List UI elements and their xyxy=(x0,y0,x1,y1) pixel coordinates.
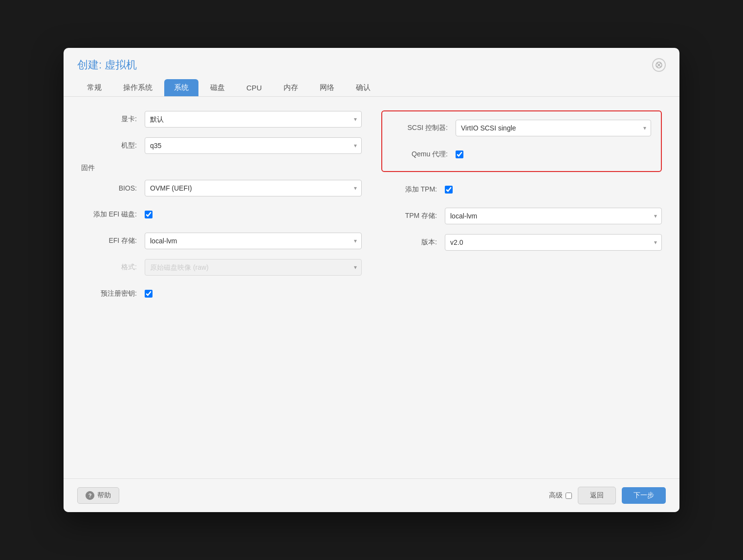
format-select[interactable]: 原始磁盘映像 (raw) xyxy=(145,259,362,276)
version-label: 版本: xyxy=(381,238,445,247)
preregister-checkbox-wrapper xyxy=(145,290,153,298)
main-dialog: 创建: 虚拟机 常规 操作系统 系统 磁盘 CPU 内存 网络 确认 显卡: xyxy=(64,48,679,512)
tab-confirm[interactable]: 确认 xyxy=(346,79,380,96)
display-select[interactable]: 默认 xyxy=(145,111,362,128)
tab-general[interactable]: 常规 xyxy=(77,79,111,96)
next-button[interactable]: 下一步 xyxy=(622,487,666,504)
format-select-wrapper: 原始磁盘映像 (raw) ▾ xyxy=(145,259,362,276)
efi-disk-checkbox[interactable] xyxy=(145,211,153,218)
tpm-storage-select[interactable]: local-lvm xyxy=(445,208,662,224)
close-icon xyxy=(656,62,662,68)
footer: ? 帮助 高级 返回 下一步 xyxy=(64,478,679,512)
efi-storage-select-wrapper: local-lvm ▾ xyxy=(145,233,362,249)
version-row: 版本: v2.0 ▾ xyxy=(381,234,662,251)
efi-storage-label: EFI 存储: xyxy=(81,237,145,245)
qemu-checkbox[interactable] xyxy=(456,151,463,158)
dialog-title: 创建: 虚拟机 xyxy=(77,58,137,72)
add-tpm-checkbox-wrapper xyxy=(445,186,453,194)
qemu-checkbox-wrapper xyxy=(456,151,463,158)
tab-os[interactable]: 操作系统 xyxy=(113,79,162,96)
tpm-storage-label: TPM 存储: xyxy=(381,212,445,220)
advanced-check-wrapper: 高级 xyxy=(549,491,572,500)
tpm-storage-select-wrapper: local-lvm ▾ xyxy=(445,208,662,224)
efi-disk-label: 添加 EFI 磁盘: xyxy=(81,210,145,219)
back-button[interactable]: 返回 xyxy=(578,487,616,504)
tab-network[interactable]: 网络 xyxy=(310,79,344,96)
main-content: 显卡: 默认 ▾ 机型: q35 ▾ xyxy=(64,97,679,478)
machine-select-wrapper: q35 ▾ xyxy=(145,137,362,154)
advanced-checkbox[interactable] xyxy=(566,493,572,499)
efi-disk-row: 添加 EFI 磁盘: xyxy=(81,206,362,223)
machine-label: 机型: xyxy=(81,141,145,150)
machine-row: 机型: q35 ▾ xyxy=(81,137,362,154)
machine-select[interactable]: q35 xyxy=(145,137,362,154)
scsi-select[interactable]: VirtIO SCSI single xyxy=(456,120,651,136)
help-label: 帮助 xyxy=(97,491,111,500)
qemu-label: Qemu 代理: xyxy=(392,150,456,159)
add-tpm-label: 添加 TPM: xyxy=(381,185,445,194)
tpm-storage-row: TPM 存储: local-lvm ▾ xyxy=(381,207,662,225)
close-button[interactable] xyxy=(652,58,666,72)
bios-select-wrapper: OVMF (UEFI) ▾ xyxy=(145,180,362,196)
qemu-row: Qemu 代理: xyxy=(392,146,651,163)
display-row: 显卡: 默认 ▾ xyxy=(81,110,362,128)
scsi-row: SCSI 控制器: VirtIO SCSI single ▾ xyxy=(392,119,651,137)
footer-right-actions: 高级 返回 下一步 xyxy=(549,487,666,504)
left-column: 显卡: 默认 ▾ 机型: q35 ▾ xyxy=(81,110,362,465)
firmware-section-label: 固件 xyxy=(81,164,95,172)
tab-system[interactable]: 系统 xyxy=(164,79,198,96)
advanced-label: 高级 xyxy=(549,491,563,500)
help-button[interactable]: ? 帮助 xyxy=(77,487,119,504)
efi-storage-row: EFI 存储: local-lvm ▾ xyxy=(81,232,362,250)
scsi-label: SCSI 控制器: xyxy=(392,124,456,132)
title-bar: 创建: 虚拟机 xyxy=(64,48,679,72)
tab-bar: 常规 操作系统 系统 磁盘 CPU 内存 网络 确认 xyxy=(64,72,679,97)
bios-select[interactable]: OVMF (UEFI) xyxy=(145,180,362,196)
add-tpm-row: 添加 TPM: xyxy=(381,181,662,198)
display-select-wrapper: 默认 ▾ xyxy=(145,111,362,128)
display-label: 显卡: xyxy=(81,115,145,124)
preregister-label: 预注册密钥: xyxy=(81,289,145,298)
tab-memory[interactable]: 内存 xyxy=(274,79,308,96)
right-column: SCSI 控制器: VirtIO SCSI single ▾ Qemu 代理: xyxy=(381,110,662,465)
preregister-row: 预注册密钥: xyxy=(81,285,362,302)
bios-row: BIOS: OVMF (UEFI) ▾ xyxy=(81,179,362,197)
efi-disk-checkbox-wrapper xyxy=(145,211,153,218)
efi-storage-select[interactable]: local-lvm xyxy=(145,233,362,249)
tab-disk[interactable]: 磁盘 xyxy=(200,79,235,96)
add-tpm-checkbox[interactable] xyxy=(445,186,453,194)
tab-cpu[interactable]: CPU xyxy=(237,80,272,96)
scsi-select-wrapper: VirtIO SCSI single ▾ xyxy=(456,120,651,136)
scsi-qemu-panel: SCSI 控制器: VirtIO SCSI single ▾ Qemu 代理: xyxy=(381,110,662,172)
format-label: 格式: xyxy=(81,263,145,272)
bios-label: BIOS: xyxy=(81,184,145,192)
version-select[interactable]: v2.0 xyxy=(445,234,662,251)
preregister-checkbox[interactable] xyxy=(145,290,153,298)
version-select-wrapper: v2.0 ▾ xyxy=(445,234,662,251)
format-row: 格式: 原始磁盘映像 (raw) ▾ xyxy=(81,258,362,276)
help-icon: ? xyxy=(86,491,94,500)
